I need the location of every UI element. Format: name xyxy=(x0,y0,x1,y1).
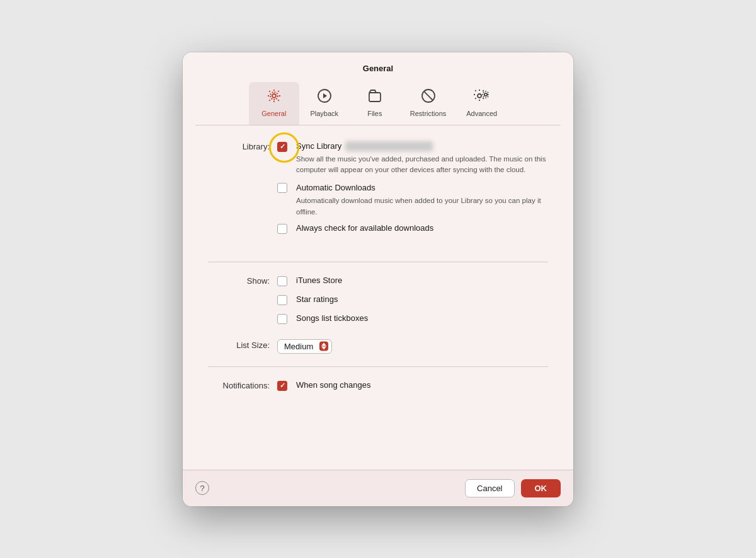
show-label: Show: xyxy=(208,275,277,286)
sync-library-row: Sync Library user@email.com.blurred Show… xyxy=(277,141,548,176)
auto-downloads-checkbox-wrapper xyxy=(277,182,291,195)
list-size-select[interactable]: Small Medium Large xyxy=(277,339,332,354)
title-bar: General General xyxy=(183,52,573,125)
sync-library-checkbox-wrapper xyxy=(277,141,291,154)
tab-files[interactable]: Files xyxy=(350,82,400,125)
auto-downloads-text-content: Automatic Downloads Automatically downlo… xyxy=(296,182,548,218)
star-ratings-row: Star ratings xyxy=(277,294,548,308)
show-section: Show: iTunes Store Star ratings xyxy=(208,275,548,367)
sync-library-label: Sync Library xyxy=(296,141,341,152)
library-section: Library: Sync Library user@email.com.blu… xyxy=(208,141,548,262)
files-icon xyxy=(367,88,382,107)
svg-point-0 xyxy=(272,94,276,98)
tab-playback[interactable]: Playback xyxy=(299,82,350,125)
notifications-section: Notifications: When song changes xyxy=(208,380,548,398)
dialog-footer: ? Cancel OK xyxy=(183,470,573,506)
list-size-select-wrapper: Small Medium Large xyxy=(277,339,332,354)
auto-downloads-label: Automatic Downloads xyxy=(296,183,375,192)
songs-list-checkbox-wrapper xyxy=(277,313,291,327)
itunes-store-checkbox[interactable] xyxy=(277,276,287,286)
tab-restrictions[interactable]: Restrictions xyxy=(400,82,456,125)
when-song-changes-row: When song changes xyxy=(277,380,548,393)
footer-buttons: Cancel OK xyxy=(465,479,561,497)
notifications-content: When song changes xyxy=(277,380,548,398)
tab-restrictions-label: Restrictions xyxy=(410,110,446,117)
svg-point-1 xyxy=(270,92,278,100)
auto-downloads-row: Automatic Downloads Automatically downlo… xyxy=(277,182,548,218)
always-check-row: Always check for available downloads xyxy=(277,223,548,236)
songs-list-label: Songs list tickboxes xyxy=(296,313,368,324)
itunes-store-row: iTunes Store xyxy=(277,275,548,289)
help-button[interactable]: ? xyxy=(195,481,209,495)
songs-list-row: Songs list tickboxes xyxy=(277,313,548,327)
sync-library-checkbox[interactable] xyxy=(277,142,287,152)
sync-row-top: Sync Library user@email.com.blurred xyxy=(296,141,548,152)
sync-library-text-content: Sync Library user@email.com.blurred Show… xyxy=(296,141,548,176)
ok-button[interactable]: OK xyxy=(521,479,561,497)
svg-point-8 xyxy=(484,93,487,95)
svg-rect-4 xyxy=(369,93,381,102)
tab-general-label: General xyxy=(261,110,286,117)
show-row: Show: iTunes Store Star ratings xyxy=(208,275,548,332)
always-check-checkbox-wrapper xyxy=(277,223,291,236)
general-icon xyxy=(266,88,282,107)
playback-icon xyxy=(317,88,332,107)
tab-advanced-label: Advanced xyxy=(466,110,497,117)
tab-bar: General Playback Files xyxy=(195,82,561,125)
when-song-changes-checkbox[interactable] xyxy=(277,381,287,391)
tab-general[interactable]: General xyxy=(249,82,299,125)
show-content: iTunes Store Star ratings Songs list tic… xyxy=(277,275,548,332)
when-song-changes-label: When song changes xyxy=(296,380,371,391)
list-size-label: List Size: xyxy=(208,339,277,350)
library-content: Sync Library user@email.com.blurred Show… xyxy=(277,141,548,241)
library-label: Library: xyxy=(208,141,277,151)
notifications-row: Notifications: When song changes xyxy=(208,380,548,398)
itunes-store-label: iTunes Store xyxy=(296,275,342,286)
cancel-button[interactable]: Cancel xyxy=(465,479,514,497)
preferences-dialog: General General xyxy=(183,52,573,506)
tab-playback-label: Playback xyxy=(310,110,338,117)
when-song-changes-checkbox-wrapper xyxy=(277,380,291,393)
always-check-checkbox[interactable] xyxy=(277,224,287,234)
list-size-content: Small Medium Large xyxy=(277,339,548,354)
auto-downloads-checkbox[interactable] xyxy=(277,183,287,193)
tab-files-label: Files xyxy=(367,110,382,117)
content-area: Library: Sync Library user@email.com.blu… xyxy=(183,125,573,470)
auto-downloads-description: Automatically download music when added … xyxy=(296,195,548,218)
star-ratings-label: Star ratings xyxy=(296,294,338,305)
songs-list-checkbox[interactable] xyxy=(277,314,287,324)
advanced-icon xyxy=(473,88,491,107)
user-email-blurred: user@email.com.blurred xyxy=(345,141,433,151)
always-check-label: Always check for available downloads xyxy=(296,223,433,234)
list-size-row: List Size: Small Medium Large xyxy=(208,339,548,354)
star-ratings-checkbox-wrapper xyxy=(277,294,291,308)
star-ratings-checkbox[interactable] xyxy=(277,295,287,305)
restrictions-icon xyxy=(421,88,436,107)
svg-marker-3 xyxy=(323,93,327,98)
tab-advanced[interactable]: Advanced xyxy=(456,82,507,125)
svg-line-6 xyxy=(423,91,432,100)
notifications-label: Notifications: xyxy=(208,380,277,390)
sync-library-description: Show all the music you've added, purchas… xyxy=(296,154,548,176)
itunes-store-checkbox-wrapper xyxy=(277,275,291,289)
dialog-title: General xyxy=(195,64,561,73)
library-row: Library: Sync Library user@email.com.blu… xyxy=(208,141,548,241)
svg-point-7 xyxy=(478,94,481,98)
